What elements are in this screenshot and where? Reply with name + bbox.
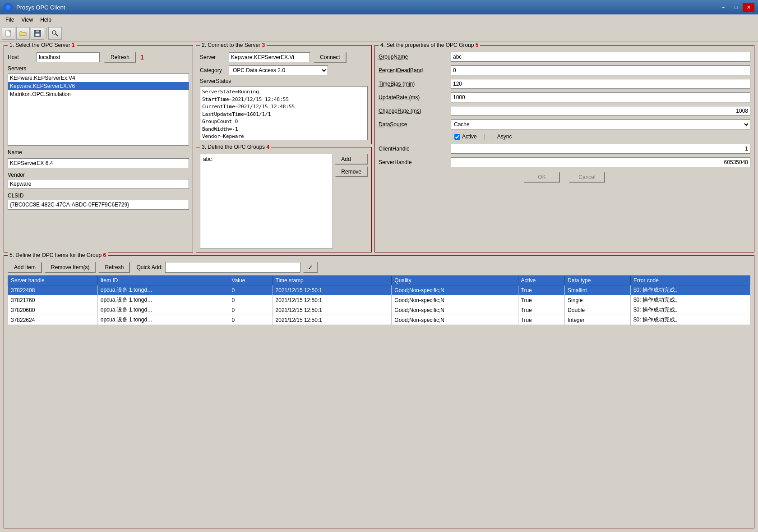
clsid-label-row: CLSID [8,193,189,199]
svg-line-5 [55,34,58,36]
col-item-id: Item ID [97,276,229,285]
status-label-row: ServerStatus [200,78,368,84]
server-item-kep1[interactable]: KEPware.KEPServerEx.V4 [8,74,189,82]
separator-bar: | [484,133,485,140]
changerate-input[interactable] [451,106,750,116]
name-value-row [8,158,189,168]
group-item-abc[interactable]: abc [201,155,332,163]
async-bar [493,133,494,140]
toolbar-sep [46,28,46,39]
ok-cancel-row: OK Cancel [379,172,750,183]
category-select[interactable]: OPC Data Access 2.0 [229,65,328,75]
remove-group-button[interactable]: Remove [335,166,368,177]
serverhandle-row: ServerHandle [379,157,750,167]
clienthandle-label: ClientHandle [379,146,451,152]
timebias-input[interactable] [451,79,750,89]
connect-button[interactable]: Connect [314,52,347,63]
bottom-toolbar: Add Item Remove Item(s) Refresh Quick Ad… [8,262,750,273]
panel-groups-title: 3. Define the OPC Groups 4 [200,144,271,150]
server-input[interactable] [229,52,310,62]
remove-item-button[interactable]: Remove Item(s) [45,262,96,273]
active-checkbox[interactable] [454,134,460,140]
server-row: Server Connect [200,52,368,63]
timebias-row: TimeBias (min) [379,79,750,89]
minimize-button[interactable]: − [717,3,729,12]
changerate-label: ChangeRate (ms) [379,108,451,114]
search-button[interactable] [48,27,62,40]
panel1-badge: 1 [72,42,75,48]
percentdb-input[interactable] [451,65,750,75]
active-label: Active [462,133,477,140]
col-value: Value [229,276,273,285]
quick-add-label: Quick Add: [136,264,162,271]
server-item-kep2[interactable]: Kepware.KEPServerEX.V6 [8,82,189,90]
table-wrapper: Server handle Item ID Value Time stamp Q… [8,275,750,524]
app-icon [4,3,13,12]
panel-define-groups: 3. Define the OPC Groups 4 abc Add Remov… [196,147,372,252]
table-row[interactable]: 37821760opcua.设备 1.tongd…02021/12/15 12:… [8,295,750,305]
top-panels: 1. Select the OPC Server 1 Host Refresh … [4,45,754,252]
menu-help[interactable]: Help [37,16,55,24]
bottom-badge: 6 [103,252,106,258]
title-bar-controls: − □ ✕ [717,3,754,12]
toolbar [0,25,758,41]
refresh-button[interactable]: Refresh [104,52,136,63]
group-buttons: Add Remove [335,154,368,248]
server-item-mat1[interactable]: Matrikon.OPC.Simulation [8,90,189,98]
updaterate-label: UpdateRate (ms) [379,94,451,101]
maximize-button[interactable]: □ [730,3,742,12]
open-button[interactable] [16,27,30,40]
host-input[interactable] [37,52,100,62]
vendor-input [8,179,189,189]
col-active: Active [518,276,564,285]
table-row[interactable]: 37822408opcua.设备 1.tongd…02021/12/15 12:… [8,285,750,295]
save-button[interactable] [31,27,44,40]
datasource-row: DataSource Cache Device [379,119,750,129]
vendor-label-row: Vendor [8,172,189,178]
bottom-title: 5. Define the OPC Items for the Group 6 [8,252,108,258]
name-label: Name [8,149,35,156]
clsid-input [8,200,189,210]
menu-view[interactable]: View [18,16,37,24]
table-row[interactable]: 37820680opcua.设备 1.tongd…02021/12/15 12:… [8,305,750,315]
col-error-code: Error code [630,276,750,285]
panel2-badge: 3 [262,42,265,48]
menu-file[interactable]: File [2,16,18,24]
col-server-handle: Server handle [8,276,98,285]
server-label: Server [200,54,227,60]
groupname-row: GroupName [379,52,750,62]
panel1-title: 1. Select the OPC Server 1 [8,42,77,48]
host-label: Host [8,54,35,60]
col-data-type: Data type [565,276,631,285]
quick-add-input[interactable] [165,262,300,273]
groups-list[interactable]: abc [200,154,333,248]
groupname-input[interactable] [451,52,750,62]
async-label: Async [497,133,512,140]
main-content: 1. Select the OPC Server 1 Host Refresh … [0,41,758,532]
svg-rect-3 [35,33,40,36]
bottom-refresh-button[interactable]: Refresh [98,262,130,273]
add-group-button[interactable]: Add [335,154,368,165]
datasource-select[interactable]: Cache Device [451,119,750,129]
vendor-value-row [8,179,189,189]
panel3-badge: 5 [476,42,479,48]
items-table: Server handle Item ID Value Time stamp Q… [8,275,750,325]
bottom-section: 5. Define the OPC Items for the Group 6 … [4,255,754,528]
updaterate-input[interactable] [451,92,750,102]
servers-list[interactable]: KEPware.KEPServerEx.V4 Kepware.KEPServer… [8,73,189,146]
percentdb-label: PercentDeadBand [379,67,451,73]
panel-select-server: 1. Select the OPC Server 1 Host Refresh … [4,45,193,252]
close-button[interactable]: ✕ [743,3,754,12]
clsid-value-row [8,200,189,210]
table-row[interactable]: 37822624opcua.设备 1.tongd…02021/12/15 12:… [8,315,750,325]
quick-add-submit[interactable]: ✓ [303,262,318,273]
new-button[interactable] [2,27,15,40]
ok-button[interactable]: OK [524,172,560,183]
add-item-button[interactable]: Add Item [8,262,42,273]
async-checkbox-wrapper: Async [493,133,512,140]
clienthandle-input[interactable] [451,144,750,154]
name-row: Name [8,149,189,156]
col-quality: Quality [392,276,518,285]
panel2-container: 2. Connect to the Server 3 Server Connec… [196,45,372,252]
cancel-button[interactable]: Cancel [569,172,605,183]
